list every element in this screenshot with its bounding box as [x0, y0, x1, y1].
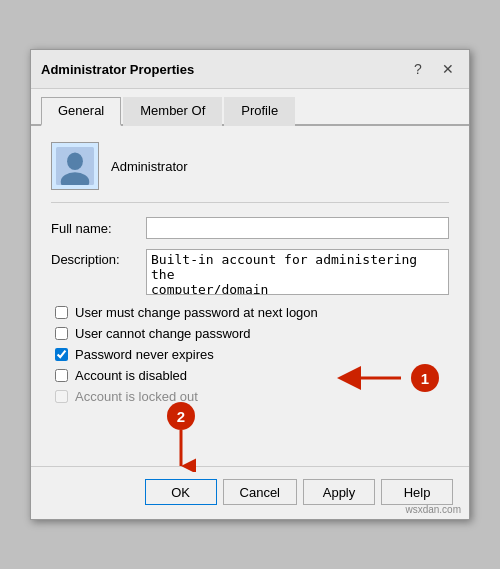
account-disabled-container: Account is disabled 1: [51, 368, 449, 383]
user-name-label: Administrator: [111, 159, 188, 174]
checkbox-area: User must change password at next logon …: [51, 305, 449, 404]
description-input[interactable]: Built-in account for administering the c…: [146, 249, 449, 295]
must-change-password-checkbox[interactable]: [55, 306, 68, 319]
annotation-1-arrow: [331, 365, 411, 391]
annotation-2-container: 2: [166, 402, 196, 472]
annotation-2-arrow: [166, 430, 196, 472]
window-title: Administrator Properties: [41, 62, 194, 77]
annotation-circle-2: 2: [167, 402, 195, 430]
account-disabled-checkbox[interactable]: [55, 369, 68, 382]
password-never-expires-label: Password never expires: [75, 347, 214, 362]
help-button[interactable]: Help: [381, 479, 453, 505]
fullname-input[interactable]: [146, 217, 449, 239]
title-bar-controls: ? ✕: [407, 58, 459, 80]
close-button[interactable]: ✕: [437, 58, 459, 80]
checkbox-must-change-password: User must change password at next logon: [51, 305, 449, 320]
description-label: Description:: [51, 249, 146, 267]
annotation-circle-1: 1: [411, 364, 439, 392]
ok-button[interactable]: OK: [145, 479, 217, 505]
apply-button[interactable]: Apply: [303, 479, 375, 505]
annotation-1-container: 1: [331, 364, 439, 392]
fullname-label: Full name:: [51, 221, 146, 236]
tab-bar: General Member Of Profile: [31, 89, 469, 126]
checkbox-cannot-change-password: User cannot change password: [51, 326, 449, 341]
cannot-change-password-checkbox[interactable]: [55, 327, 68, 340]
must-change-password-label: User must change password at next logon: [75, 305, 318, 320]
account-locked-out-checkbox[interactable]: [55, 390, 68, 403]
description-row: Description: Built-in account for admini…: [51, 249, 449, 295]
avatar: [51, 142, 99, 190]
title-bar: Administrator Properties ? ✕: [31, 50, 469, 89]
user-avatar-icon: [56, 147, 94, 185]
watermark: wsxdan.com: [405, 504, 461, 515]
content-area: Administrator Full name: Description: Bu…: [31, 126, 469, 426]
password-never-expires-checkbox[interactable]: [55, 348, 68, 361]
account-disabled-label: Account is disabled: [75, 368, 187, 383]
fullname-row: Full name:: [51, 217, 449, 239]
cannot-change-password-label: User cannot change password: [75, 326, 251, 341]
help-title-button[interactable]: ?: [407, 58, 429, 80]
tab-member-of[interactable]: Member Of: [123, 97, 222, 126]
user-header: Administrator: [51, 142, 449, 203]
button-row: OK Cancel Apply Help: [31, 466, 469, 519]
svg-point-1: [67, 153, 83, 170]
cancel-button[interactable]: Cancel: [223, 479, 297, 505]
checkbox-password-never-expires: Password never expires: [51, 347, 449, 362]
properties-dialog: Administrator Properties ? ✕ General Mem…: [30, 49, 470, 520]
tab-general[interactable]: General: [41, 97, 121, 126]
tab-profile[interactable]: Profile: [224, 97, 295, 126]
